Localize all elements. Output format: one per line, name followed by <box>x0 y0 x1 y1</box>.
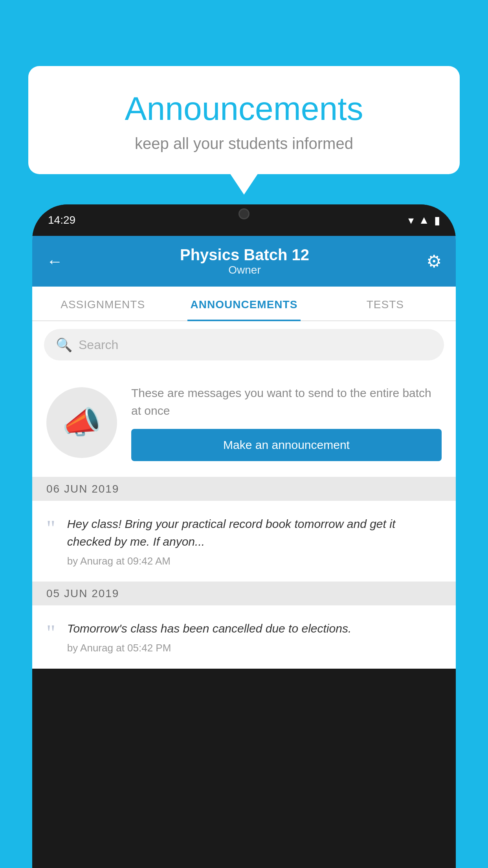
header-title: Physics Batch 12 <box>180 246 309 264</box>
battery-icon: ▮ <box>434 214 440 227</box>
status-icons: ▾ ▲ ▮ <box>408 214 440 227</box>
speech-bubble-title: Announcements <box>52 90 436 128</box>
announcement-content-1: Hey class! Bring your practical record b… <box>67 515 442 567</box>
app-header: ← Physics Batch 12 Owner ⚙ <box>32 236 456 287</box>
speech-bubble-container: Announcements keep all your students inf… <box>28 66 460 174</box>
announcement-content-2: Tomorrow's class has been cancelled due … <box>67 620 442 654</box>
signal-icon: ▲ <box>418 214 429 226</box>
announcement-meta-1: by Anurag at 09:42 AM <box>67 555 442 567</box>
tabs-bar: ASSIGNMENTS ANNOUNCEMENTS TESTS <box>32 287 456 321</box>
wifi-icon: ▾ <box>408 214 414 227</box>
speech-bubble: Announcements keep all your students inf… <box>28 66 460 174</box>
make-announcement-button[interactable]: Make an announcement <box>131 429 442 461</box>
back-button[interactable]: ← <box>46 252 63 271</box>
header-center: Physics Batch 12 Owner <box>180 246 309 276</box>
status-time: 14:29 <box>48 214 75 226</box>
speech-bubble-subtitle: keep all your students informed <box>52 135 436 153</box>
promo-description: These are messages you want to send to t… <box>131 384 442 419</box>
search-box[interactable]: 🔍 Search <box>44 329 444 360</box>
announcement-item-2: " Tomorrow's class has been cancelled du… <box>32 605 456 669</box>
header-subtitle: Owner <box>180 264 309 276</box>
megaphone-icon: 📣 <box>62 404 101 441</box>
phone-camera <box>238 208 250 219</box>
search-container: 🔍 Search <box>32 321 456 368</box>
quote-icon-1: " <box>46 517 55 539</box>
promo-content: These are messages you want to send to t… <box>131 384 442 461</box>
tab-announcements[interactable]: ANNOUNCEMENTS <box>173 287 314 320</box>
announcement-text-1: Hey class! Bring your practical record b… <box>67 515 442 550</box>
megaphone-circle: 📣 <box>46 387 117 458</box>
announcement-item-1: " Hey class! Bring your practical record… <box>32 501 456 582</box>
phone-frame: 14:29 ▾ ▲ ▮ ← Physics Batch 12 Owner ⚙ A… <box>32 204 456 868</box>
announcement-text-2: Tomorrow's class has been cancelled due … <box>67 620 442 637</box>
app-screen: ← Physics Batch 12 Owner ⚙ ASSIGNMENTS A… <box>32 236 456 669</box>
phone-notch <box>213 204 275 224</box>
quote-icon-2: " <box>46 622 55 644</box>
tab-assignments[interactable]: ASSIGNMENTS <box>32 287 173 320</box>
search-icon: 🔍 <box>56 337 72 353</box>
date-separator-2: 05 JUN 2019 <box>32 582 456 605</box>
tab-tests[interactable]: TESTS <box>315 287 456 320</box>
gear-icon[interactable]: ⚙ <box>426 251 442 271</box>
date-separator-1: 06 JUN 2019 <box>32 477 456 501</box>
status-bar: 14:29 ▾ ▲ ▮ <box>32 204 456 236</box>
announcement-meta-2: by Anurag at 05:42 PM <box>67 642 442 654</box>
promo-card: 📣 These are messages you want to send to… <box>32 368 456 477</box>
search-input[interactable]: Search <box>79 338 118 352</box>
